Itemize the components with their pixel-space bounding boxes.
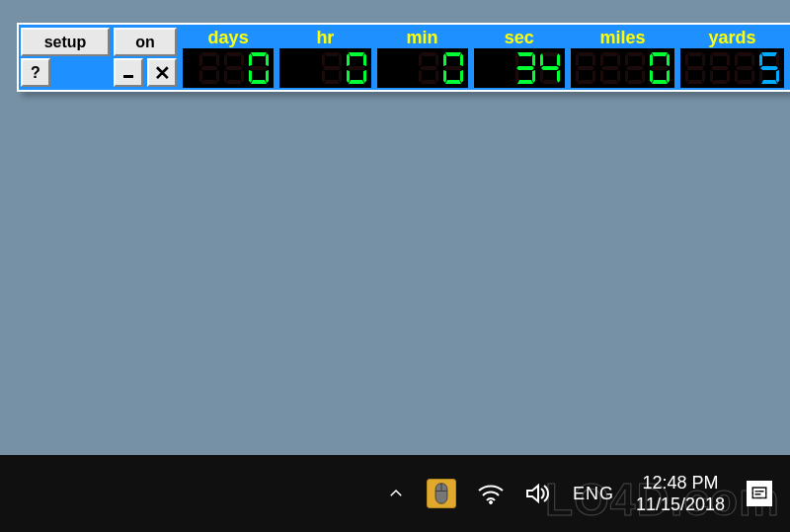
odometer-window: setup on ? ✕ days hr min sec miles yards	[17, 23, 790, 92]
seven-seg-digit-off	[418, 51, 439, 85]
panel-yards: yards	[680, 27, 784, 88]
panel-min-label: min	[377, 27, 468, 48]
seven-seg-digit-off	[684, 51, 706, 85]
minimize-button[interactable]	[114, 58, 143, 87]
seven-seg-digit-off	[599, 51, 621, 85]
tray-volume-icon[interactable]	[525, 483, 551, 504]
panel-min: min	[377, 27, 468, 88]
seven-seg-digit-off	[321, 51, 343, 85]
seven-seg-digit	[758, 51, 780, 85]
panel-miles: miles	[571, 27, 674, 88]
seven-seg-digit	[248, 51, 270, 85]
seven-seg-digit-off	[734, 51, 755, 85]
tray-date: 11/15/2018	[636, 494, 725, 516]
seven-seg-digit-off	[709, 51, 731, 85]
svg-rect-2	[752, 488, 766, 498]
seven-seg-digit-off	[223, 51, 245, 85]
toggle-on-button[interactable]: on	[114, 28, 177, 56]
seven-seg-digit-off	[198, 51, 220, 85]
panel-hr-label: hr	[279, 27, 370, 48]
panel-sec-display	[474, 48, 565, 88]
panel-yards-display	[680, 48, 784, 88]
readout-panels: days hr min sec miles yards	[183, 27, 784, 88]
windows-taskbar: ENG 12:48 PM 11/15/2018	[0, 455, 790, 532]
seven-seg-digit	[442, 51, 464, 85]
seven-seg-digit-off	[575, 51, 596, 85]
seven-seg-digit	[514, 51, 536, 85]
control-button-grid: setup on ? ✕	[21, 27, 177, 88]
seven-seg-digit	[649, 51, 671, 85]
panel-miles-display	[571, 48, 674, 88]
tray-mouse-odometer-icon[interactable]	[427, 479, 456, 508]
panel-days-display	[183, 48, 274, 88]
tray-action-center-icon[interactable]	[747, 481, 772, 506]
desktop-background: setup on ? ✕ days hr min sec miles yards	[0, 0, 790, 455]
seven-seg-digit	[539, 51, 561, 85]
tray-time: 12:48 PM	[636, 472, 725, 494]
panel-days: days	[183, 27, 274, 88]
seven-seg-digit-off	[624, 51, 646, 85]
panel-min-display	[377, 48, 468, 88]
panel-miles-label: miles	[571, 27, 674, 48]
tray-wifi-icon[interactable]	[478, 483, 504, 504]
close-button[interactable]: ✕	[147, 58, 177, 87]
panel-days-label: days	[183, 27, 274, 48]
tray-language-indicator[interactable]: ENG	[573, 484, 614, 504]
help-button[interactable]: ?	[21, 58, 50, 87]
panel-sec: sec	[474, 27, 565, 88]
panel-yards-label: yards	[680, 27, 784, 48]
seven-seg-digit	[346, 51, 367, 85]
svg-marker-1	[527, 486, 538, 501]
panel-sec-label: sec	[474, 27, 565, 48]
svg-point-0	[489, 501, 492, 504]
panel-hr-display	[279, 48, 370, 88]
setup-button[interactable]: setup	[21, 28, 110, 56]
odometer-content: setup on ? ✕ days hr min sec miles yards	[19, 25, 790, 90]
tray-clock[interactable]: 12:48 PM 11/15/2018	[636, 472, 725, 516]
tray-overflow-chevron-icon[interactable]	[387, 485, 405, 502]
panel-hr: hr	[279, 27, 370, 88]
